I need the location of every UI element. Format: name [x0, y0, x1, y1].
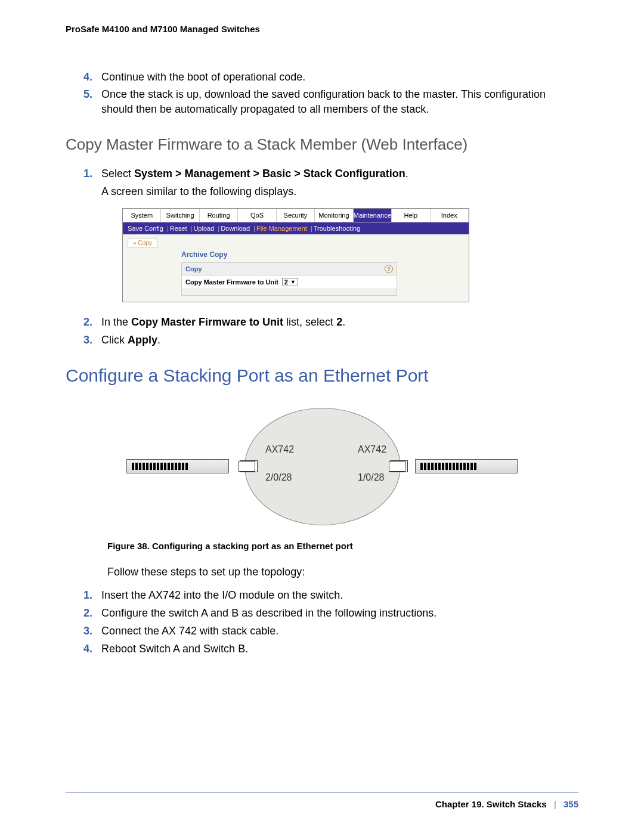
continued-step: Once the stack is up, download the saved… — [101, 87, 578, 117]
section-heading-copy-firmware: Copy Master Firmware to a Stack Member (… — [66, 135, 578, 154]
section1-steps-bottom: In the Copy Master Firmware to Unit list… — [66, 314, 578, 348]
subnav-troubleshooting[interactable]: Troubleshooting — [314, 225, 360, 232]
label-port-left: 2/0/28 — [265, 472, 292, 483]
section2-steps: Insert the AX742 into the I/O module on … — [66, 587, 578, 657]
field-label: Copy Master Firmware to Unit — [185, 278, 278, 286]
step1-prefix: Select — [101, 168, 134, 179]
topology-step: Reboot Switch A and Switch B. — [101, 641, 578, 657]
top-tab-switching[interactable]: Switching — [161, 209, 199, 222]
help-icon[interactable]: ? — [385, 265, 393, 273]
label-ax-left: AX742 — [265, 444, 294, 455]
switch-a — [126, 459, 229, 473]
section2-intro: Follow these steps to set up the topolog… — [107, 566, 578, 578]
page-footer: Chapter 19. Switch Stacks | 355 — [66, 792, 578, 809]
embedded-ui-screenshot: SystemSwitchingRoutingQoSSecurityMonitor… — [122, 208, 469, 302]
top-tab-system[interactable]: System — [123, 209, 161, 222]
chevron-down-icon: ▼ — [290, 279, 296, 285]
ui-body: » Copy Archive Copy Copy ? Copy Master F… — [123, 234, 469, 302]
subnav-save-config[interactable]: Save Config — [128, 225, 163, 232]
step1-follow: A screen similar to the following displa… — [101, 184, 578, 199]
topology-step: Configure the switch A and B as describe… — [101, 605, 578, 621]
top-tab-monitoring[interactable]: Monitoring — [315, 209, 353, 222]
footer-page-number: 355 — [564, 799, 578, 809]
section-heading-configure-port: Configure a Stacking Port as an Ethernet… — [66, 366, 578, 386]
subnav-separator: | — [311, 225, 312, 232]
step-click-apply: Click Apply. — [101, 332, 578, 348]
subnav-separator: | — [218, 225, 219, 232]
unit-select-value: 2 — [284, 278, 288, 286]
label-port-right: 1/0/28 — [358, 472, 384, 483]
s3-prefix: Click — [101, 334, 128, 346]
page-header: ProSafe M4100 and M7100 Managed Switches — [66, 24, 578, 34]
top-tab-help[interactable]: Help — [392, 209, 430, 222]
subnav-file-management[interactable]: File Management — [256, 225, 307, 232]
top-tab-qos[interactable]: QoS — [238, 209, 276, 222]
panel-header: Copy ? — [182, 263, 397, 275]
module-left — [239, 461, 255, 472]
s3-suffix: . — [157, 334, 160, 346]
s2-prefix: In the — [101, 316, 131, 328]
footer-chapter: Chapter 19. Switch Stacks — [435, 799, 547, 809]
label-ax-right: AX742 — [358, 444, 386, 455]
subnav-separator: | — [167, 225, 169, 232]
switch-b — [415, 459, 518, 473]
subnav-separator: | — [191, 225, 193, 232]
subnav-upload[interactable]: Upload — [193, 225, 214, 232]
topology-diagram: AX742 AX742 2/0/28 1/0/28 — [119, 404, 525, 529]
top-tab-routing[interactable]: Routing — [200, 209, 238, 222]
side-tab-label: Copy — [138, 240, 151, 246]
topology-step: Insert the AX742 into the I/O module on … — [101, 587, 578, 603]
copy-panel: Copy ? Copy Master Firmware to Unit 2 ▼ — [181, 262, 397, 296]
s2-val: 2 — [336, 316, 342, 328]
continued-step: Continue with the boot of operational co… — [101, 70, 578, 85]
step1-path: System > Management > Basic > Stack Conf… — [134, 168, 405, 179]
step1-suffix: . — [405, 168, 408, 179]
s2-bold: Copy Master Firmware to Unit — [131, 316, 283, 328]
side-tab-copy[interactable]: » Copy — [128, 238, 157, 248]
s3-bold: Apply — [128, 334, 157, 346]
subnav-reset[interactable]: Reset — [170, 225, 187, 232]
subnav-separator: | — [253, 225, 255, 232]
section1-steps-top: Select System > Management > Basic > Sta… — [66, 166, 578, 199]
footer-sep: | — [554, 799, 556, 809]
copy-firmware-row: Copy Master Firmware to Unit 2 ▼ — [182, 275, 397, 289]
top-tabs: SystemSwitchingRoutingQoSSecurityMonitor… — [123, 209, 469, 222]
step-select-path: Select System > Management > Basic > Sta… — [101, 166, 578, 199]
s2-suffix: . — [342, 316, 345, 328]
panel-title: Copy — [185, 265, 202, 272]
module-right — [389, 461, 405, 472]
top-tab-index[interactable]: Index — [431, 209, 469, 222]
subnav-download[interactable]: Download — [221, 225, 250, 232]
step-select-unit: In the Copy Master Firmware to Unit list… — [101, 314, 578, 330]
sub-nav-bar: Save Config|Reset|Upload|Download|File M… — [123, 222, 469, 234]
unit-select[interactable]: 2 ▼ — [282, 278, 298, 286]
s2-mid: list, select — [283, 316, 336, 328]
top-tab-security[interactable]: Security — [277, 209, 315, 222]
network-cloud — [244, 408, 401, 525]
archive-copy-title: Archive Copy — [181, 250, 464, 259]
top-tab-maintenance[interactable]: Maintenance — [354, 209, 392, 222]
continued-steps: Continue with the boot of operational co… — [66, 70, 578, 117]
figure-caption: Figure 38. Configuring a stacking port a… — [107, 541, 578, 551]
topology-step: Connect the AX 742 with stack cable. — [101, 623, 578, 639]
